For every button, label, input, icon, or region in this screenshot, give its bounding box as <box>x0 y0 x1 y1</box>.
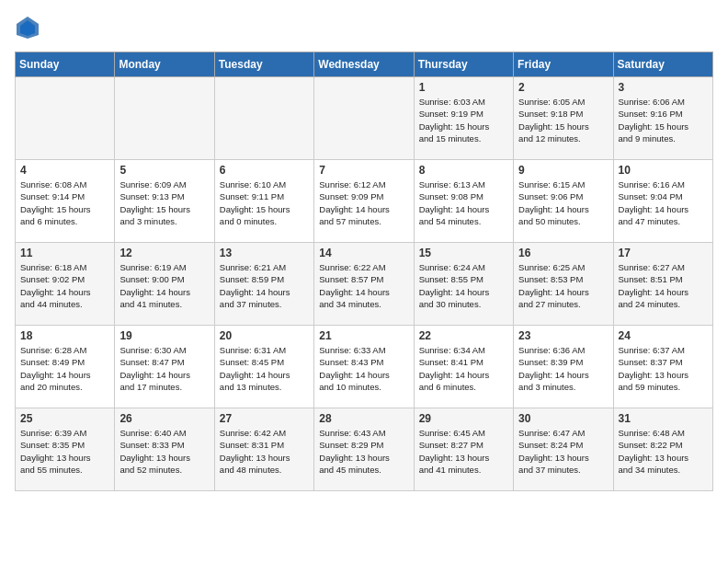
day-cell: 7Sunrise: 6:12 AM Sunset: 9:09 PM Daylig… <box>314 160 414 243</box>
page-header <box>15 15 713 40</box>
day-info: Sunrise: 6:21 AM Sunset: 8:59 PM Dayligh… <box>220 261 309 310</box>
day-number: 1 <box>419 81 508 94</box>
day-info: Sunrise: 6:18 AM Sunset: 9:02 PM Dayligh… <box>20 261 109 310</box>
day-cell: 21Sunrise: 6:33 AM Sunset: 8:43 PM Dayli… <box>314 326 414 408</box>
day-info: Sunrise: 6:40 AM Sunset: 8:33 PM Dayligh… <box>119 427 209 476</box>
logo <box>15 15 44 40</box>
day-cell: 16Sunrise: 6:25 AM Sunset: 8:53 PM Dayli… <box>514 243 613 326</box>
week-row-1: 1Sunrise: 6:03 AM Sunset: 9:19 PM Daylig… <box>16 77 713 160</box>
day-info: Sunrise: 6:45 AM Sunset: 8:27 PM Dayligh… <box>419 427 508 476</box>
week-row-3: 11Sunrise: 6:18 AM Sunset: 9:02 PM Dayli… <box>16 243 713 326</box>
header-cell-sunday: Sunday <box>16 52 115 77</box>
day-info: Sunrise: 6:30 AM Sunset: 8:47 PM Dayligh… <box>119 344 209 393</box>
day-info: Sunrise: 6:16 AM Sunset: 9:04 PM Dayligh… <box>619 178 708 227</box>
day-info: Sunrise: 6:28 AM Sunset: 8:49 PM Dayligh… <box>20 344 109 393</box>
day-cell: 4Sunrise: 6:08 AM Sunset: 9:14 PM Daylig… <box>16 160 115 243</box>
day-info: Sunrise: 6:19 AM Sunset: 9:00 PM Dayligh… <box>119 261 209 310</box>
day-cell: 1Sunrise: 6:03 AM Sunset: 9:19 PM Daylig… <box>414 77 513 160</box>
header-cell-monday: Monday <box>115 52 214 77</box>
day-cell: 5Sunrise: 6:09 AM Sunset: 9:13 PM Daylig… <box>115 160 214 243</box>
header-row: SundayMondayTuesdayWednesdayThursdayFrid… <box>16 52 713 77</box>
day-cell: 24Sunrise: 6:37 AM Sunset: 8:37 PM Dayli… <box>613 326 712 408</box>
day-cell: 28Sunrise: 6:43 AM Sunset: 8:29 PM Dayli… <box>314 408 414 491</box>
day-info: Sunrise: 6:47 AM Sunset: 8:24 PM Dayligh… <box>518 427 608 476</box>
header-cell-tuesday: Tuesday <box>214 52 313 77</box>
week-row-5: 25Sunrise: 6:39 AM Sunset: 8:35 PM Dayli… <box>16 408 713 491</box>
day-cell: 15Sunrise: 6:24 AM Sunset: 8:55 PM Dayli… <box>414 243 513 326</box>
day-cell: 17Sunrise: 6:27 AM Sunset: 8:51 PM Dayli… <box>613 243 712 326</box>
day-number: 7 <box>319 164 408 177</box>
day-info: Sunrise: 6:42 AM Sunset: 8:31 PM Dayligh… <box>220 427 309 476</box>
day-cell: 12Sunrise: 6:19 AM Sunset: 9:00 PM Dayli… <box>115 243 214 326</box>
day-number: 10 <box>619 164 708 177</box>
day-number: 30 <box>518 412 608 425</box>
day-number: 20 <box>220 329 309 342</box>
day-number: 27 <box>220 412 309 425</box>
day-number: 23 <box>518 329 608 342</box>
day-cell: 11Sunrise: 6:18 AM Sunset: 9:02 PM Dayli… <box>16 243 115 326</box>
day-cell <box>314 77 414 160</box>
day-number: 28 <box>319 412 408 425</box>
day-cell: 13Sunrise: 6:21 AM Sunset: 8:59 PM Dayli… <box>214 243 313 326</box>
day-number: 8 <box>419 164 508 177</box>
calendar-header: SundayMondayTuesdayWednesdayThursdayFrid… <box>16 52 713 77</box>
day-cell: 20Sunrise: 6:31 AM Sunset: 8:45 PM Dayli… <box>214 326 313 408</box>
day-cell: 9Sunrise: 6:15 AM Sunset: 9:06 PM Daylig… <box>514 160 613 243</box>
day-info: Sunrise: 6:13 AM Sunset: 9:08 PM Dayligh… <box>419 178 508 227</box>
day-number: 21 <box>319 329 408 342</box>
day-number: 19 <box>119 329 209 342</box>
day-info: Sunrise: 6:36 AM Sunset: 8:39 PM Dayligh… <box>518 344 608 393</box>
day-number: 3 <box>619 81 708 94</box>
day-info: Sunrise: 6:37 AM Sunset: 8:37 PM Dayligh… <box>619 344 708 393</box>
day-cell: 6Sunrise: 6:10 AM Sunset: 9:11 PM Daylig… <box>214 160 313 243</box>
week-row-4: 18Sunrise: 6:28 AM Sunset: 8:49 PM Dayli… <box>16 326 713 408</box>
day-cell: 2Sunrise: 6:05 AM Sunset: 9:18 PM Daylig… <box>514 77 613 160</box>
day-number: 4 <box>20 164 109 177</box>
day-info: Sunrise: 6:22 AM Sunset: 8:57 PM Dayligh… <box>319 261 408 310</box>
day-cell <box>16 77 115 160</box>
day-number: 29 <box>419 412 508 425</box>
day-info: Sunrise: 6:39 AM Sunset: 8:35 PM Dayligh… <box>20 427 109 476</box>
day-number: 11 <box>20 247 109 259</box>
day-info: Sunrise: 6:05 AM Sunset: 9:18 PM Dayligh… <box>518 96 608 144</box>
calendar-body: 1Sunrise: 6:03 AM Sunset: 9:19 PM Daylig… <box>16 77 713 491</box>
day-number: 16 <box>518 247 608 259</box>
day-cell: 29Sunrise: 6:45 AM Sunset: 8:27 PM Dayli… <box>414 408 513 491</box>
day-info: Sunrise: 6:15 AM Sunset: 9:06 PM Dayligh… <box>518 178 608 227</box>
day-number: 13 <box>220 247 309 259</box>
day-cell: 10Sunrise: 6:16 AM Sunset: 9:04 PM Dayli… <box>613 160 712 243</box>
day-number: 17 <box>619 247 708 259</box>
day-cell: 8Sunrise: 6:13 AM Sunset: 9:08 PM Daylig… <box>414 160 513 243</box>
day-info: Sunrise: 6:09 AM Sunset: 9:13 PM Dayligh… <box>119 178 209 227</box>
day-cell: 19Sunrise: 6:30 AM Sunset: 8:47 PM Dayli… <box>115 326 214 408</box>
header-cell-saturday: Saturday <box>613 52 712 77</box>
day-number: 18 <box>20 329 109 342</box>
day-cell: 30Sunrise: 6:47 AM Sunset: 8:24 PM Dayli… <box>514 408 613 491</box>
day-number: 24 <box>619 329 708 342</box>
day-cell: 25Sunrise: 6:39 AM Sunset: 8:35 PM Dayli… <box>16 408 115 491</box>
day-info: Sunrise: 6:24 AM Sunset: 8:55 PM Dayligh… <box>419 261 508 310</box>
day-cell: 26Sunrise: 6:40 AM Sunset: 8:33 PM Dayli… <box>115 408 214 491</box>
day-info: Sunrise: 6:25 AM Sunset: 8:53 PM Dayligh… <box>518 261 608 310</box>
day-number: 25 <box>20 412 109 425</box>
day-number: 22 <box>419 329 508 342</box>
day-info: Sunrise: 6:06 AM Sunset: 9:16 PM Dayligh… <box>619 96 708 144</box>
day-info: Sunrise: 6:10 AM Sunset: 9:11 PM Dayligh… <box>220 178 309 227</box>
header-cell-wednesday: Wednesday <box>314 52 414 77</box>
day-number: 5 <box>119 164 209 177</box>
day-cell: 18Sunrise: 6:28 AM Sunset: 8:49 PM Dayli… <box>16 326 115 408</box>
day-cell: 3Sunrise: 6:06 AM Sunset: 9:16 PM Daylig… <box>613 77 712 160</box>
day-number: 2 <box>518 81 608 94</box>
day-info: Sunrise: 6:31 AM Sunset: 8:45 PM Dayligh… <box>220 344 309 393</box>
day-info: Sunrise: 6:12 AM Sunset: 9:09 PM Dayligh… <box>319 178 408 227</box>
week-row-2: 4Sunrise: 6:08 AM Sunset: 9:14 PM Daylig… <box>16 160 713 243</box>
day-info: Sunrise: 6:48 AM Sunset: 8:22 PM Dayligh… <box>619 427 708 476</box>
day-number: 9 <box>518 164 608 177</box>
day-info: Sunrise: 6:34 AM Sunset: 8:41 PM Dayligh… <box>419 344 508 393</box>
day-number: 31 <box>619 412 708 425</box>
logo-icon <box>15 15 40 40</box>
day-number: 12 <box>119 247 209 259</box>
day-info: Sunrise: 6:08 AM Sunset: 9:14 PM Dayligh… <box>20 178 109 227</box>
day-cell <box>115 77 214 160</box>
day-number: 14 <box>319 247 408 259</box>
